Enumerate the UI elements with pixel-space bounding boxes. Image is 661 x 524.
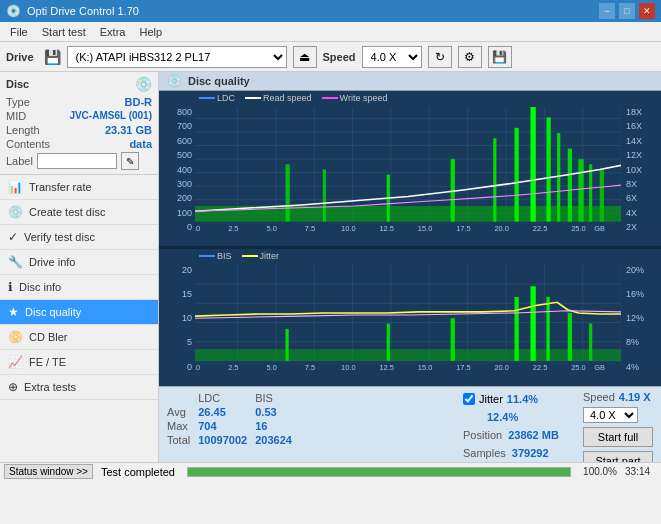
svg-rect-69 [546, 297, 549, 361]
sidebar-item-label: FE / TE [29, 356, 66, 368]
sidebar-item-drive-info[interactable]: 🔧 Drive info [0, 250, 158, 275]
jitter-checkbox[interactable] [463, 393, 475, 405]
svg-rect-22 [323, 170, 326, 222]
svg-rect-63 [195, 349, 621, 361]
disc-info-icon: ℹ [8, 280, 13, 294]
upper-chart-svg: 0.0 2.5 5.0 7.5 10.0 12.5 15.0 17.5 20.0… [195, 107, 621, 232]
svg-text:25.0: 25.0 [571, 363, 585, 371]
svg-text:5.0: 5.0 [267, 224, 277, 232]
close-button[interactable]: ✕ [639, 3, 655, 19]
sidebar: Disc 💿 Type BD-R MID JVC-AMS6L (001) Len… [0, 72, 159, 462]
row-label-avg: Avg [167, 405, 198, 419]
row-label-total: Total [167, 433, 198, 447]
dq-icon: 💿 [167, 74, 182, 88]
svg-rect-70 [568, 313, 572, 361]
svg-text:22.5: 22.5 [533, 224, 547, 232]
position-label: Position [463, 429, 502, 441]
upper-y-axis-right: 2X4X6X8X10X12X14X16X18X [623, 107, 661, 232]
svg-text:20.0: 20.0 [494, 363, 508, 371]
sidebar-item-create-test-disc[interactable]: 💿 Create test disc [0, 200, 158, 225]
svg-rect-64 [286, 329, 289, 361]
lower-legend: BIS Jitter [199, 251, 279, 261]
lower-y-axis-left: 05101520 [159, 265, 195, 372]
stat-speed-select[interactable]: 4.0 X [583, 407, 638, 423]
svg-rect-67 [515, 297, 519, 361]
svg-text:5.0: 5.0 [267, 363, 277, 371]
svg-text:15.0: 15.0 [418, 224, 432, 232]
drive-icon: 💾 [44, 49, 61, 65]
total-bis: 203624 [255, 433, 300, 447]
col-header-blank [167, 391, 198, 405]
jitter-row: Jitter 11.4% [463, 393, 567, 405]
save-button[interactable]: 💾 [488, 46, 512, 68]
speed-select[interactable]: 4.0 X [362, 46, 422, 68]
write-speed-legend-label: Write speed [340, 93, 388, 103]
create-test-icon: 💿 [8, 205, 23, 219]
menu-start-test[interactable]: Start test [36, 24, 92, 40]
sidebar-item-extra-tests[interactable]: ⊕ Extra tests [0, 375, 158, 400]
menu-extra[interactable]: Extra [94, 24, 132, 40]
stats-bar: LDC BIS Avg 26.45 0.53 Max [159, 386, 661, 463]
disc-quality-icon: ★ [8, 305, 19, 319]
read-speed-legend: Read speed [245, 93, 312, 103]
col-header-bis: BIS [255, 391, 300, 405]
sidebar-item-cd-bler[interactable]: 📀 CD Bler [0, 325, 158, 350]
label-edit-button[interactable]: ✎ [121, 152, 139, 170]
lower-chart: BIS Jitter 05101520 4%8%12%16%20% [159, 249, 661, 386]
minimize-button[interactable]: − [599, 3, 615, 19]
jitter-max-row: 12.4% [463, 411, 567, 423]
verify-test-icon: ✓ [8, 230, 18, 244]
label-input[interactable] [37, 153, 117, 169]
svg-rect-29 [557, 133, 560, 222]
app-title: Opti Drive Control 1.70 [27, 5, 139, 17]
svg-text:10.0: 10.0 [341, 363, 355, 371]
drive-label: Drive [6, 51, 34, 63]
app-icon: 💿 [6, 4, 21, 18]
maximize-button[interactable]: □ [619, 3, 635, 19]
contents-label: Contents [6, 138, 50, 150]
speed-stat-value: 4.19 X [619, 391, 651, 403]
contents-value: data [129, 138, 152, 150]
progress-bar-fill [188, 468, 570, 476]
progress-percent: 100.0% [583, 466, 617, 477]
sidebar-item-verify-test-disc[interactable]: ✓ Verify test disc [0, 225, 158, 250]
sidebar-item-disc-info[interactable]: ℹ Disc info [0, 275, 158, 300]
sidebar-item-label: Transfer rate [29, 181, 92, 193]
eject-button[interactable]: ⏏ [293, 46, 317, 68]
sidebar-item-fe-te[interactable]: 📈 FE / TE [0, 350, 158, 375]
drive-toolbar: Drive 💾 (K:) ATAPI iHBS312 2 PL17 ⏏ Spee… [0, 42, 661, 72]
transfer-rate-icon: 📊 [8, 180, 23, 194]
sidebar-item-label: Disc quality [25, 306, 81, 318]
drive-select[interactable]: (K:) ATAPI iHBS312 2 PL17 [67, 46, 287, 68]
dq-title: Disc quality [188, 75, 250, 87]
stats-row-max: Max 704 16 [167, 419, 300, 433]
config-button[interactable]: ⚙ [458, 46, 482, 68]
start-full-button[interactable]: Start full [583, 427, 653, 447]
disc-quality-header: 💿 Disc quality [159, 72, 661, 91]
menu-file[interactable]: File [4, 24, 34, 40]
total-ldc: 10097002 [198, 433, 255, 447]
svg-rect-66 [451, 318, 455, 361]
svg-rect-25 [493, 138, 496, 221]
read-speed-legend-label: Read speed [263, 93, 312, 103]
ldc-legend: LDC [199, 93, 235, 103]
svg-text:17.5: 17.5 [456, 363, 470, 371]
avg-ldc: 26.45 [198, 405, 255, 419]
sidebar-item-transfer-rate[interactable]: 📊 Transfer rate [0, 175, 158, 200]
svg-rect-26 [515, 128, 519, 222]
start-part-button[interactable]: Start part [583, 451, 653, 463]
max-bis: 16 [255, 419, 300, 433]
svg-rect-27 [530, 107, 535, 222]
upper-y-axis-left: 0100200300400500600700800 [159, 107, 195, 232]
svg-text:7.5: 7.5 [305, 224, 315, 232]
sidebar-item-disc-quality[interactable]: ★ Disc quality [0, 300, 158, 325]
menu-help[interactable]: Help [133, 24, 168, 40]
disc-icon: 💿 [135, 76, 152, 92]
svg-text:GB: GB [594, 363, 605, 371]
row-label-max: Max [167, 419, 198, 433]
status-window-button[interactable]: Status window >> [4, 464, 93, 479]
refresh-button[interactable]: ↻ [428, 46, 452, 68]
menu-bar: File Start test Extra Help [0, 22, 661, 42]
stats-middle: Jitter 11.4% 12.4% Position 23862 MB Sam… [455, 387, 575, 463]
svg-text:2.5: 2.5 [228, 224, 238, 232]
